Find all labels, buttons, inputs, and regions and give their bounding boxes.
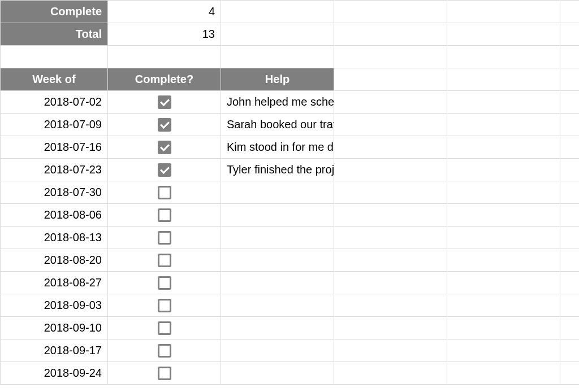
checkbox-cell[interactable] (108, 114, 221, 136)
help-cell[interactable]: Sarah booked our travel for next month. (221, 114, 334, 136)
empty-cell[interactable] (447, 227, 560, 249)
date-cell[interactable]: 2018-09-17 (1, 339, 108, 362)
date-cell[interactable]: 2018-07-30 (1, 181, 108, 204)
empty-cell[interactable] (221, 23, 334, 46)
checkbox-unchecked-icon[interactable] (158, 208, 171, 222)
empty-cell[interactable] (560, 294, 580, 317)
checkbox-unchecked-icon[interactable] (158, 367, 171, 380)
empty-cell[interactable] (108, 46, 221, 68)
checkbox-cell[interactable] (108, 339, 221, 362)
help-cell[interactable]: Kim stood in for me during sprint ceremo… (221, 136, 334, 159)
empty-cell[interactable] (447, 294, 560, 317)
checkbox-unchecked-icon[interactable] (158, 254, 171, 267)
empty-cell[interactable] (334, 136, 447, 159)
empty-cell[interactable] (334, 181, 447, 204)
help-cell[interactable] (221, 272, 334, 294)
summary-total-value[interactable]: 13 (108, 23, 221, 46)
empty-cell[interactable] (560, 339, 580, 362)
empty-cell[interactable] (560, 249, 580, 272)
empty-cell[interactable] (334, 159, 447, 181)
help-cell[interactable] (221, 294, 334, 317)
empty-cell[interactable] (560, 23, 580, 46)
checkbox-checked-icon[interactable] (158, 141, 171, 154)
empty-cell[interactable] (334, 339, 447, 362)
empty-cell[interactable] (447, 68, 560, 91)
help-cell[interactable] (221, 317, 334, 339)
empty-cell[interactable] (334, 227, 447, 249)
empty-cell[interactable] (560, 68, 580, 91)
empty-cell[interactable] (447, 91, 560, 114)
date-cell[interactable]: 2018-07-02 (1, 91, 108, 114)
summary-complete-label[interactable]: Complete (1, 1, 108, 23)
header-help[interactable]: Help (221, 68, 334, 91)
date-cell[interactable]: 2018-08-27 (1, 272, 108, 294)
checkbox-cell[interactable] (108, 136, 221, 159)
date-cell[interactable]: 2018-07-09 (1, 114, 108, 136)
checkbox-cell[interactable] (108, 362, 221, 385)
empty-cell[interactable] (447, 46, 560, 68)
checkbox-checked-icon[interactable] (158, 163, 171, 177)
checkbox-cell[interactable] (108, 159, 221, 181)
summary-total-label[interactable]: Total (1, 23, 108, 46)
date-cell[interactable]: 2018-07-16 (1, 136, 108, 159)
empty-cell[interactable] (447, 249, 560, 272)
empty-cell[interactable] (447, 159, 560, 181)
checkbox-cell[interactable] (108, 181, 221, 204)
empty-cell[interactable] (447, 136, 560, 159)
empty-cell[interactable] (447, 181, 560, 204)
date-cell[interactable]: 2018-09-03 (1, 294, 108, 317)
empty-cell[interactable] (560, 1, 580, 23)
help-cell[interactable] (221, 339, 334, 362)
empty-cell[interactable] (334, 317, 447, 339)
checkbox-unchecked-icon[interactable] (158, 186, 171, 199)
help-cell[interactable]: John helped me schedule usability tests. (221, 91, 334, 114)
checkbox-checked-icon[interactable] (158, 118, 171, 132)
empty-cell[interactable] (334, 272, 447, 294)
empty-cell[interactable] (334, 68, 447, 91)
empty-cell[interactable] (447, 339, 560, 362)
empty-cell[interactable] (447, 362, 560, 385)
checkbox-checked-icon[interactable] (158, 95, 171, 109)
checkbox-cell[interactable] (108, 249, 221, 272)
header-complete[interactable]: Complete? (108, 68, 221, 91)
empty-cell[interactable] (221, 1, 334, 23)
empty-cell[interactable] (334, 362, 447, 385)
empty-cell[interactable] (560, 46, 580, 68)
empty-cell[interactable] (560, 272, 580, 294)
checkbox-unchecked-icon[interactable] (158, 231, 171, 245)
empty-cell[interactable] (334, 46, 447, 68)
empty-cell[interactable] (560, 317, 580, 339)
empty-cell[interactable] (560, 114, 580, 136)
checkbox-cell[interactable] (108, 91, 221, 114)
date-cell[interactable]: 2018-09-24 (1, 362, 108, 385)
checkbox-unchecked-icon[interactable] (158, 321, 171, 335)
date-cell[interactable]: 2018-07-23 (1, 159, 108, 181)
date-cell[interactable]: 2018-09-10 (1, 317, 108, 339)
empty-cell[interactable] (560, 204, 580, 227)
checkbox-cell[interactable] (108, 227, 221, 249)
help-cell[interactable] (221, 204, 334, 227)
checkbox-cell[interactable] (108, 272, 221, 294)
empty-cell[interactable] (334, 204, 447, 227)
header-week-of[interactable]: Week of (1, 68, 108, 91)
checkbox-unchecked-icon[interactable] (158, 299, 171, 312)
empty-cell[interactable] (447, 23, 560, 46)
empty-cell[interactable] (560, 159, 580, 181)
help-cell[interactable] (221, 227, 334, 249)
empty-cell[interactable] (447, 114, 560, 136)
empty-cell[interactable] (560, 136, 580, 159)
empty-cell[interactable] (334, 1, 447, 23)
checkbox-cell[interactable] (108, 294, 221, 317)
empty-cell[interactable] (560, 181, 580, 204)
empty-cell[interactable] (334, 91, 447, 114)
empty-cell[interactable] (447, 204, 560, 227)
empty-cell[interactable] (1, 46, 108, 68)
checkbox-cell[interactable] (108, 317, 221, 339)
checkbox-unchecked-icon[interactable] (158, 276, 171, 290)
empty-cell[interactable] (334, 294, 447, 317)
empty-cell[interactable] (334, 23, 447, 46)
checkbox-cell[interactable] (108, 204, 221, 227)
empty-cell[interactable] (560, 91, 580, 114)
date-cell[interactable]: 2018-08-20 (1, 249, 108, 272)
empty-cell[interactable] (447, 1, 560, 23)
